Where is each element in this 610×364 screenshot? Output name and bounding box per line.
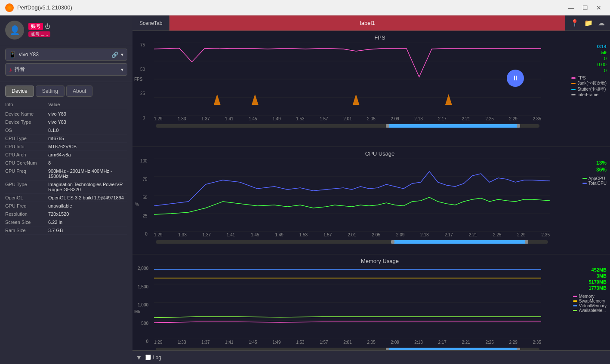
fps-chart-title: FPS — [150, 34, 610, 41]
info-key: Resolution — [5, 211, 48, 217]
charts-area: FPS ⏸ 75 50 25 0 FPS — [132, 31, 610, 350]
info-row: GPU TypeImagination Technologies PowerVR… — [5, 180, 127, 194]
right-panel: SceneTab label1 📍 📁 ☁ FPS ⏸ 75 50 — [132, 15, 610, 364]
info-row: CPU InfoMT6762V/CB — [5, 143, 127, 151]
scrollbar-right-handle[interactable] — [517, 124, 520, 128]
user-info: 账号 ⏻ 账号 ...... — [28, 23, 127, 37]
folder-icon[interactable]: 📁 — [584, 19, 593, 27]
fps-x-axis: 1:29 1:33 1:37 1:41 1:45 1:49 1:53 1:57 … — [154, 116, 541, 122]
stutter-legend-dot — [571, 89, 576, 90]
maximize-button[interactable]: ☐ — [579, 2, 591, 14]
tab-device[interactable]: Device — [5, 86, 34, 97]
fps-scrollbar[interactable] — [154, 123, 541, 129]
scene-label: label1 — [169, 15, 565, 31]
fps-legend-interframe: InterFrame — [571, 92, 607, 97]
cpu-scrollbar-right[interactable] — [525, 240, 528, 244]
fps-chart-section: FPS ⏸ 75 50 25 0 FPS — [132, 31, 610, 147]
cpu-scrollbar-left[interactable] — [391, 240, 394, 244]
info-key: Device Type — [5, 119, 48, 125]
fps-y-50: 50 — [140, 67, 145, 72]
app-title: PerfDog(v5.1.210300) — [17, 4, 72, 11]
info-row: Resolution720x1520 — [5, 210, 127, 218]
virtual-legend-dot — [573, 305, 577, 306]
memory-value: 452MB — [592, 267, 607, 272]
cpu-y-75: 75 — [143, 177, 148, 182]
scene-tab[interactable]: SceneTab — [132, 15, 169, 31]
col-info-label: Info — [5, 102, 48, 107]
cpu-chart-title: CPU Usage — [150, 150, 610, 157]
info-key: Screen Size — [5, 220, 48, 225]
info-row: Ram Size3.7 GB — [5, 226, 127, 235]
window-controls: — ☐ ✕ — [565, 2, 605, 14]
mem-legend-swap: SwapMemory — [573, 299, 607, 303]
minimize-button[interactable]: — — [565, 2, 577, 14]
info-rows: Device Namevivo Y83Device Typevivo Y83OS… — [5, 110, 127, 235]
info-value: 900MHz - 2001MHz 400MHz - 1500MHz — [48, 168, 127, 179]
location-icon[interactable]: 📍 — [570, 19, 579, 27]
fps-y-25: 25 — [140, 91, 145, 96]
memory-chart-section: Memory Usage 2,000 1,500 1,000 500 0 Mb — [132, 254, 610, 350]
tab-about[interactable]: About — [66, 86, 92, 97]
memory-scrollbar-left[interactable] — [386, 348, 389, 350]
app-name: 抖音 — [15, 66, 121, 73]
info-key: GPU Type — [5, 182, 48, 187]
sidebar: 👤 账号 ⏻ 账号 ...... 📱 vivo Y83 🔗 ▾ ♪ — [0, 15, 132, 364]
info-row: Device Namevivo Y83 — [5, 110, 127, 118]
cpu-y-0: 0 — [145, 232, 148, 236]
memory-chart-svg — [154, 266, 541, 339]
mem-y-unit: Mb — [134, 309, 140, 314]
device-dropdown[interactable]: 📱 vivo Y83 🔗 ▾ — [5, 49, 127, 61]
memory-scrollbar-right[interactable] — [517, 348, 520, 350]
jank-value: 0 — [604, 56, 607, 61]
interframe-legend-dot — [571, 94, 576, 95]
app-icon — [5, 3, 14, 12]
fps-y-75: 75 — [140, 43, 145, 47]
available-legend-dot — [573, 310, 577, 311]
info-row: CPU Freq900MHz - 2001MHz 400MHz - 1500MH… — [5, 167, 127, 180]
info-value: arm64-v8a — [48, 152, 127, 157]
user-subtitle: 账号 ...... — [28, 31, 127, 37]
power-icon[interactable]: ⏻ — [45, 23, 50, 30]
cpu-legend-total: TotalCPU — [582, 181, 607, 186]
fps-y-unit: FPS — [134, 77, 142, 82]
mem-y-0: 0 — [146, 339, 148, 344]
mem-y-1500: 1,500 — [138, 284, 148, 289]
cpu-x-axis: 1:29 1:33 1:37 1:41 1:45 1:49 1:53 1:57 … — [154, 232, 550, 238]
add-chart-button[interactable]: + — [593, 349, 605, 350]
link-icon: 🔗 — [111, 52, 118, 58]
close-button[interactable]: ✕ — [593, 2, 605, 14]
info-row: OpenGLOpenGL ES 3.2 build 1.9@4971894 — [5, 194, 127, 202]
swap-legend-dot — [573, 300, 577, 302]
swap-value: 3MB — [597, 273, 607, 278]
cpu-scrollbar[interactable] — [154, 239, 550, 245]
info-value: unavailable — [48, 203, 127, 208]
app-dropdown[interactable]: ♪ 抖音 ▾ — [5, 63, 127, 76]
cloud-icon[interactable]: ☁ — [598, 19, 605, 27]
info-key: CPU CoreNum — [5, 160, 48, 165]
info-value: vivo Y83 — [48, 119, 127, 125]
fps-legend-stutter: Stutter(卡顿率) — [571, 86, 607, 92]
scrollbar-left-handle[interactable] — [386, 124, 389, 128]
col-value-label: Value — [48, 102, 127, 107]
log-checkbox[interactable]: Log — [145, 355, 161, 361]
device-icon: 📱 — [9, 51, 16, 58]
scene-tabbar: SceneTab label1 📍 📁 ☁ — [132, 15, 610, 31]
chevron-down-icon: ▾ — [121, 52, 123, 58]
svg-marker-5 — [214, 94, 221, 105]
pause-button[interactable]: ⏸ — [507, 70, 524, 87]
user-section: 👤 账号 ⏻ 账号 ...... — [0, 15, 132, 45]
info-row: OS8.1.0 — [5, 126, 127, 135]
cpu-y-unit: % — [135, 202, 139, 207]
fps-legend-fps: FPS — [571, 76, 607, 80]
info-row: CPU Typemt6765 — [5, 135, 127, 143]
available-value: 1773MB — [588, 285, 607, 291]
tab-setting[interactable]: Setting — [36, 86, 65, 97]
jank-legend-dot — [571, 83, 576, 84]
memory-scrollbar[interactable] — [154, 346, 541, 350]
info-value: MT6762V/CB — [48, 144, 127, 149]
info-row: Device Typevivo Y83 — [5, 118, 127, 126]
info-key: OpenGL — [5, 195, 48, 200]
bottom-arrow-icon[interactable]: ▼ — [136, 354, 142, 361]
main-container: 👤 账号 ⏻ 账号 ...... 📱 vivo Y83 🔗 ▾ ♪ — [0, 15, 610, 364]
log-checkbox-input[interactable] — [145, 355, 151, 360]
